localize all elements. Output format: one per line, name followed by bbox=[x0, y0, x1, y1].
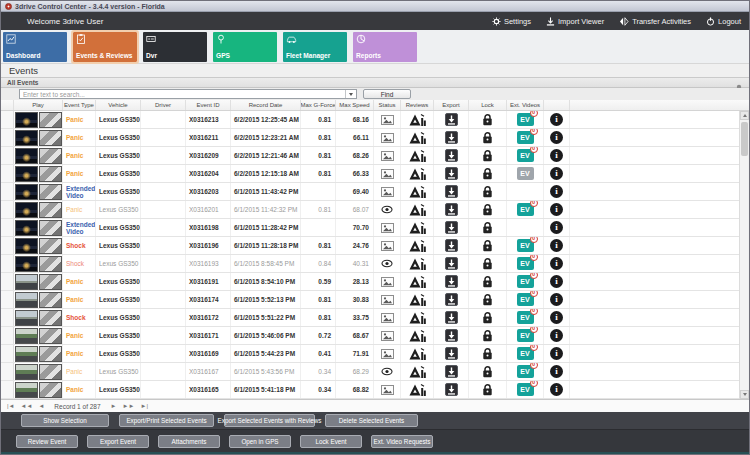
driver-thumbnail[interactable] bbox=[39, 130, 62, 146]
open-in-gps-button[interactable]: Open in GPS bbox=[229, 435, 291, 448]
ext-videos-cell[interactable]: EV0 bbox=[507, 327, 544, 344]
driver-thumbnail[interactable] bbox=[39, 274, 62, 290]
extended-video-chip[interactable]: EV0 bbox=[517, 329, 534, 342]
lock-cell[interactable] bbox=[469, 309, 507, 326]
road-thumbnail[interactable] bbox=[15, 274, 38, 290]
review-analysis-icon[interactable] bbox=[409, 311, 426, 324]
download-icon[interactable] bbox=[445, 275, 458, 288]
ext-videos-cell[interactable]: EV0 bbox=[507, 273, 544, 290]
info-icon[interactable]: i bbox=[550, 167, 563, 180]
extended-video-chip[interactable]: EV0 bbox=[517, 293, 534, 306]
lock-cell[interactable] bbox=[469, 165, 507, 182]
road-thumbnail[interactable] bbox=[15, 238, 38, 254]
road-thumbnail[interactable] bbox=[15, 220, 38, 236]
reviews-cell[interactable] bbox=[401, 183, 434, 200]
column-header-ext-videos[interactable]: Ext. Videos bbox=[507, 100, 544, 110]
export-cell[interactable] bbox=[434, 111, 469, 128]
play-cell[interactable] bbox=[14, 273, 63, 290]
export-cell[interactable] bbox=[434, 219, 469, 236]
lock-icon[interactable] bbox=[482, 221, 493, 234]
review-analysis-icon[interactable] bbox=[409, 365, 426, 378]
ext-videos-cell[interactable]: EV0 bbox=[507, 147, 544, 164]
info-cell[interactable]: i bbox=[544, 327, 570, 344]
play-cell[interactable] bbox=[14, 237, 63, 254]
info-icon[interactable]: i bbox=[550, 131, 563, 144]
review-analysis-icon[interactable] bbox=[409, 275, 426, 288]
download-icon[interactable] bbox=[445, 131, 458, 144]
lock-cell[interactable] bbox=[469, 327, 507, 344]
column-header-export[interactable]: Export bbox=[434, 100, 469, 110]
table-row[interactable]: PanicLexus GS350X03162046/2/2015 12:15:1… bbox=[1, 165, 741, 183]
ext-videos-cell[interactable]: EV0 bbox=[507, 237, 544, 254]
extended-video-chip[interactable]: EV0 bbox=[517, 383, 534, 396]
road-thumbnail[interactable] bbox=[15, 130, 38, 146]
play-cell[interactable] bbox=[14, 291, 63, 308]
driver-thumbnail[interactable] bbox=[39, 166, 62, 182]
extended-video-chip[interactable]: EV0 bbox=[517, 365, 534, 378]
info-icon[interactable]: i bbox=[550, 257, 563, 270]
review-analysis-icon[interactable] bbox=[409, 203, 426, 216]
review-analysis-icon[interactable] bbox=[409, 329, 426, 342]
vertical-scrollbar[interactable] bbox=[739, 111, 748, 399]
export-cell[interactable] bbox=[434, 291, 469, 308]
export-cell[interactable] bbox=[434, 363, 469, 380]
reviews-cell[interactable] bbox=[401, 309, 434, 326]
lock-cell[interactable] bbox=[469, 381, 507, 398]
road-thumbnail[interactable] bbox=[15, 328, 38, 344]
export-selected-events-with-reviews-button[interactable]: Export Selected Events with Reviews bbox=[224, 414, 315, 427]
import-viewer-button[interactable]: Import Viewer bbox=[546, 17, 604, 26]
play-cell[interactable] bbox=[14, 363, 63, 380]
lock-icon[interactable] bbox=[482, 113, 493, 126]
pager-prev-page-button[interactable]: ◄◄ bbox=[19, 401, 35, 411]
review-analysis-icon[interactable] bbox=[409, 149, 426, 162]
extended-video-chip[interactable]: EV0 bbox=[517, 257, 534, 270]
ext-videos-cell[interactable]: EV0 bbox=[507, 291, 544, 308]
reviews-cell[interactable] bbox=[401, 165, 434, 182]
info-icon[interactable]: i bbox=[550, 239, 563, 252]
table-row[interactable]: Extended VideoLexus GS350X03161986/1/201… bbox=[1, 219, 741, 237]
table-row[interactable]: PanicLexus GS350X03161696/1/2015 5:44:23… bbox=[1, 345, 741, 363]
ext-videos-cell[interactable]: EV0 bbox=[507, 381, 544, 398]
download-icon[interactable] bbox=[445, 113, 458, 126]
reviews-cell[interactable] bbox=[401, 381, 434, 398]
driver-thumbnail[interactable] bbox=[39, 148, 62, 164]
reviews-cell[interactable] bbox=[401, 273, 434, 290]
road-thumbnail[interactable] bbox=[15, 202, 38, 218]
chevron-down-icon[interactable] bbox=[345, 90, 356, 98]
download-icon[interactable] bbox=[445, 311, 458, 324]
export-event-button[interactable]: Export Event bbox=[87, 435, 149, 448]
play-cell[interactable] bbox=[14, 255, 63, 272]
info-cell[interactable]: i bbox=[544, 273, 570, 290]
driver-thumbnail[interactable] bbox=[39, 346, 62, 362]
play-cell[interactable] bbox=[14, 327, 63, 344]
lock-icon[interactable] bbox=[482, 257, 493, 270]
export-cell[interactable] bbox=[434, 165, 469, 182]
info-icon[interactable]: i bbox=[550, 293, 563, 306]
attachments-button[interactable]: Attachments bbox=[158, 435, 220, 448]
column-header-driver[interactable]: Driver bbox=[141, 100, 186, 110]
lock-event-button[interactable]: Lock Event bbox=[300, 435, 362, 448]
table-row[interactable]: PanicLexus GS350X03162096/2/2015 12:21:4… bbox=[1, 147, 741, 165]
column-header-max-speed[interactable]: Max Speed bbox=[336, 100, 374, 110]
info-cell[interactable]: i bbox=[544, 201, 570, 218]
export-cell[interactable] bbox=[434, 381, 469, 398]
export-cell[interactable] bbox=[434, 147, 469, 164]
info-icon[interactable]: i bbox=[550, 347, 563, 360]
tab-reports[interactable]: Reports bbox=[353, 32, 417, 62]
lock-icon[interactable] bbox=[482, 185, 493, 198]
lock-cell[interactable] bbox=[469, 147, 507, 164]
export-cell[interactable] bbox=[434, 237, 469, 254]
table-row[interactable]: PanicLexus GS350X03161716/1/2015 5:46:06… bbox=[1, 327, 741, 345]
tab-gps[interactable]: GPS bbox=[213, 32, 277, 62]
table-row[interactable]: PanicLexus GS350X03161656/1/2015 5:41:18… bbox=[1, 381, 741, 399]
review-analysis-icon[interactable] bbox=[409, 185, 426, 198]
info-cell[interactable]: i bbox=[544, 219, 570, 236]
lock-cell[interactable] bbox=[469, 183, 507, 200]
find-button[interactable]: Find bbox=[363, 89, 411, 99]
info-icon[interactable]: i bbox=[550, 149, 563, 162]
download-icon[interactable] bbox=[445, 365, 458, 378]
info-cell[interactable]: i bbox=[544, 381, 570, 398]
info-icon[interactable]: i bbox=[550, 329, 563, 342]
road-thumbnail[interactable] bbox=[15, 148, 38, 164]
info-icon[interactable]: i bbox=[550, 311, 563, 324]
